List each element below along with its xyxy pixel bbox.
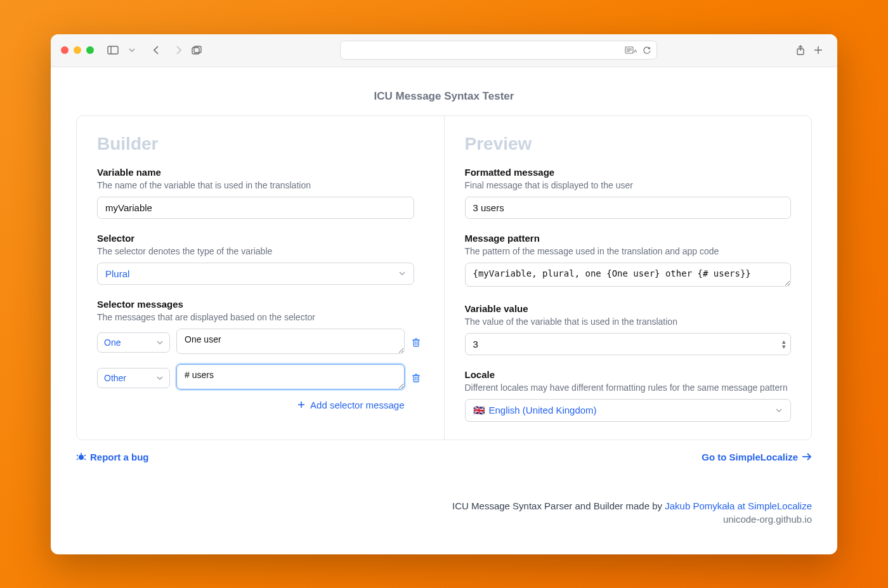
arrow-right-icon: [802, 453, 812, 461]
address-bar[interactable]: A: [340, 41, 657, 60]
message-pattern-label: Message pattern: [465, 233, 792, 244]
traffic-lights: [61, 46, 94, 54]
formatted-message-output: 3 users: [465, 197, 792, 219]
locale-field: Locale Different locales may have differ…: [465, 369, 792, 422]
add-selector-message-label: Add selector message: [310, 400, 404, 410]
locale-desc: Different locales may have different for…: [465, 382, 792, 393]
locale-select[interactable]: 🇬🇧English (United Kingdom): [465, 399, 792, 422]
credit-sub: unicode-org.github.io: [76, 514, 812, 525]
variable-name-input[interactable]: [97, 197, 414, 219]
safari-window: A ICU Message Syntax Tester Builder Vari…: [51, 34, 837, 554]
tabs-overview-icon[interactable]: [188, 42, 206, 58]
selector-messages-desc: The messages that are displayed based on…: [97, 312, 424, 322]
svg-line-28: [84, 455, 86, 456]
variable-value-field: Variable value The value of the variable…: [465, 303, 792, 355]
page-content: ICU Message Syntax Tester Builder Variab…: [51, 67, 837, 554]
svg-text:A: A: [634, 48, 637, 54]
message-pattern-input[interactable]: [465, 263, 792, 287]
chevron-down-icon: [775, 408, 783, 413]
chevron-down-icon: [157, 376, 163, 380]
builder-heading: Builder: [97, 134, 424, 154]
builder-panel: Builder Variable name The name of the va…: [77, 116, 444, 440]
goto-label: Go to SimpleLocalize: [702, 452, 798, 462]
selector-desc: The selector denotes the type of the var…: [97, 246, 424, 256]
panels: Builder Variable name The name of the va…: [76, 115, 812, 440]
formatted-message-label: Formatted message: [465, 167, 792, 178]
sidebar-toggle-icon[interactable]: [104, 42, 122, 58]
svg-rect-13: [414, 340, 419, 346]
selector-key-select[interactable]: One: [97, 332, 170, 353]
preview-heading: Preview: [465, 134, 792, 154]
variable-value-label: Variable value: [465, 303, 792, 314]
svg-line-29: [77, 459, 78, 460]
zoom-window-button[interactable]: [86, 46, 94, 54]
share-icon[interactable]: [792, 42, 809, 58]
locale-value: English (United Kingdom): [489, 405, 597, 415]
variable-value-input[interactable]: [465, 333, 792, 355]
bug-icon: [76, 452, 86, 462]
page-title: ICU Message Syntax Tester: [76, 90, 812, 103]
minimize-window-button[interactable]: [74, 46, 81, 54]
chevron-down-icon: [157, 341, 163, 344]
variable-name-field: Variable name The name of the variable t…: [97, 167, 424, 219]
number-stepper[interactable]: ▴▾: [782, 339, 786, 349]
formatted-message-desc: Final message that is displayed to the u…: [465, 180, 792, 190]
locale-flag: 🇬🇧: [473, 405, 485, 415]
selector-messages-label: Selector messages: [97, 299, 424, 310]
titlebar: A: [51, 34, 837, 67]
selector-message-row: One: [97, 329, 424, 356]
reload-icon[interactable]: [643, 46, 651, 55]
reader-icon[interactable]: A: [625, 46, 639, 55]
add-selector-message-button[interactable]: Add selector message: [97, 400, 424, 410]
selector-message-row: Other: [97, 364, 424, 392]
selector-select[interactable]: Plural: [97, 263, 414, 285]
chevron-down-icon[interactable]: [127, 42, 137, 58]
delete-selector-message-button[interactable]: [411, 373, 424, 383]
forward-button[interactable]: [170, 42, 188, 58]
selector-message-input[interactable]: [176, 329, 405, 354]
report-bug-label: Report a bug: [90, 452, 149, 462]
svg-rect-18: [414, 376, 419, 382]
back-button[interactable]: [147, 42, 165, 58]
goto-simplelocalize-link[interactable]: Go to SimpleLocalize: [702, 452, 812, 462]
selector-message-input[interactable]: [176, 364, 405, 389]
variable-name-label: Variable name: [97, 167, 424, 178]
variable-name-desc: The name of the variable that is used in…: [97, 180, 424, 190]
svg-line-30: [84, 459, 86, 460]
new-tab-button[interactable]: [809, 42, 827, 58]
credit-link[interactable]: Jakub Pomykała at SimpleLocalize: [665, 500, 812, 511]
close-window-button[interactable]: [61, 46, 69, 54]
formatted-message-field: Formatted message Final message that is …: [465, 167, 792, 219]
footer-links: Report a bug Go to SimpleLocalize: [76, 452, 812, 462]
variable-value-desc: The value of the variable that is used i…: [465, 317, 792, 327]
locale-label: Locale: [465, 369, 792, 380]
message-pattern-field: Message pattern The pattern of the messa…: [465, 233, 792, 289]
credit-prefix: ICU Message Syntax Parser and Builder ma…: [452, 500, 665, 511]
report-bug-link[interactable]: Report a bug: [76, 452, 149, 462]
selector-key-value: Other: [104, 373, 126, 383]
svg-point-25: [79, 455, 84, 460]
svg-line-27: [77, 455, 78, 456]
credits: ICU Message Syntax Parser and Builder ma…: [76, 500, 812, 525]
selector-key-value: One: [104, 337, 121, 348]
selector-field: Selector The selector denotes the type o…: [97, 233, 424, 285]
selector-label: Selector: [97, 233, 424, 244]
selector-value: Plural: [105, 268, 129, 279]
chevron-down-icon: [398, 271, 406, 276]
preview-panel: Preview Formatted message Final message …: [444, 116, 812, 440]
svg-rect-0: [108, 46, 118, 54]
selector-key-select[interactable]: Other: [97, 368, 170, 388]
message-pattern-desc: The pattern of the message used in the t…: [465, 246, 792, 256]
delete-selector-message-button[interactable]: [411, 337, 424, 348]
selector-messages-field: Selector messages The messages that are …: [97, 299, 424, 410]
